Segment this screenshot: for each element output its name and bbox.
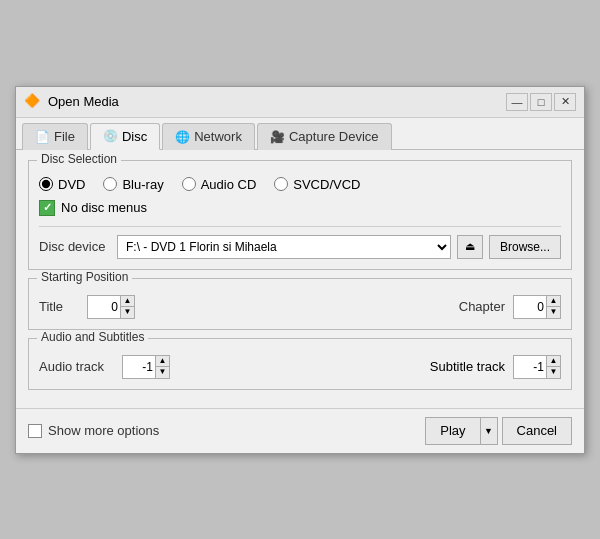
chapter-spinner-buttons: ▲ ▼ — [546, 296, 560, 318]
main-content: Disc Selection DVD Blu-ray Audio CD SV — [16, 150, 584, 408]
show-more-options[interactable]: Show more options — [28, 423, 159, 438]
close-button[interactable]: ✕ — [554, 93, 576, 111]
no-disc-menus-checkbox[interactable]: ✓ — [39, 200, 55, 216]
tab-disc-label: Disc — [122, 129, 147, 144]
audio-track-spinner: -1 ▲ ▼ — [122, 355, 170, 379]
disc-selection-group: Disc Selection DVD Blu-ray Audio CD SV — [28, 160, 572, 270]
show-more-checkbox[interactable] — [28, 424, 42, 438]
svcd-radio-item[interactable]: SVCD/VCD — [274, 177, 360, 192]
bluray-radio-item[interactable]: Blu-ray — [103, 177, 163, 192]
chapter-input[interactable]: 0 — [514, 296, 546, 318]
subtitle-track-label: Subtitle track — [430, 359, 505, 374]
network-tab-icon: 🌐 — [175, 130, 190, 144]
bluray-radio[interactable] — [103, 177, 117, 191]
starting-position-group: Starting Position Title 0 ▲ ▼ Chapter — [28, 278, 572, 330]
title-spinner-buttons: ▲ ▼ — [120, 296, 134, 318]
title-position-item: Title 0 ▲ ▼ — [39, 295, 135, 319]
disc-selection-title: Disc Selection — [37, 152, 121, 166]
dropdown-arrow-icon: ▼ — [484, 426, 493, 436]
tab-capture-label: Capture Device — [289, 129, 379, 144]
title-down-button[interactable]: ▼ — [121, 307, 134, 318]
chapter-pos-label: Chapter — [459, 299, 505, 314]
play-dropdown-button[interactable]: ▼ — [480, 417, 498, 445]
audio-spinner-buttons: ▲ ▼ — [155, 356, 169, 378]
subtitle-track-spinner: -1 ▲ ▼ — [513, 355, 561, 379]
cancel-button[interactable]: Cancel — [502, 417, 572, 445]
browse-button[interactable]: Browse... — [489, 235, 561, 259]
tab-file[interactable]: 📄 File — [22, 123, 88, 150]
svcd-radio[interactable] — [274, 177, 288, 191]
title-up-button[interactable]: ▲ — [121, 296, 134, 308]
subtitle-spinner-buttons: ▲ ▼ — [546, 356, 560, 378]
audio-up-button[interactable]: ▲ — [156, 356, 169, 368]
eject-icon: ⏏ — [465, 240, 475, 253]
audiocd-radio-item[interactable]: Audio CD — [182, 177, 257, 192]
title-buttons: — □ ✕ — [506, 93, 576, 111]
window-title: Open Media — [48, 94, 119, 109]
no-disc-menus-row: ✓ No disc menus — [39, 200, 561, 216]
subtitle-track-input[interactable]: -1 — [514, 356, 546, 378]
audio-track-input[interactable]: -1 — [123, 356, 155, 378]
audiocd-label: Audio CD — [201, 177, 257, 192]
eject-button[interactable]: ⏏ — [457, 235, 483, 259]
position-row: Title 0 ▲ ▼ Chapter 0 ▲ — [39, 295, 561, 319]
bluray-label: Blu-ray — [122, 177, 163, 192]
title-bar-left: 🔶 Open Media — [24, 93, 119, 111]
dvd-label: DVD — [58, 177, 85, 192]
title-pos-label: Title — [39, 299, 79, 314]
show-more-label: Show more options — [48, 423, 159, 438]
chapter-spinner: 0 ▲ ▼ — [513, 295, 561, 319]
chapter-down-button[interactable]: ▼ — [547, 307, 560, 318]
disc-tab-icon: 💿 — [103, 129, 118, 143]
chapter-position-item: Chapter 0 ▲ ▼ — [459, 295, 561, 319]
title-bar: 🔶 Open Media — □ ✕ — [16, 87, 584, 118]
audiocd-radio[interactable] — [182, 177, 196, 191]
play-button[interactable]: Play — [425, 417, 479, 445]
tab-file-label: File — [54, 129, 75, 144]
maximize-button[interactable]: □ — [530, 93, 552, 111]
file-tab-icon: 📄 — [35, 130, 50, 144]
subtitle-track-item: Subtitle track -1 ▲ ▼ — [430, 355, 561, 379]
audio-subtitles-group: Audio and Subtitles Audio track -1 ▲ ▼ S… — [28, 338, 572, 390]
bottom-buttons: Play ▼ Cancel — [425, 417, 572, 445]
capture-tab-icon: 🎥 — [270, 130, 285, 144]
no-disc-menus-label: No disc menus — [61, 200, 147, 215]
tab-disc[interactable]: 💿 Disc — [90, 123, 160, 150]
minimize-button[interactable]: — — [506, 93, 528, 111]
device-label: Disc device — [39, 239, 111, 254]
title-input[interactable]: 0 — [88, 296, 120, 318]
tab-capture[interactable]: 🎥 Capture Device — [257, 123, 392, 150]
disc-device-row: Disc device F:\ - DVD 1 Florin si Mihael… — [39, 226, 561, 259]
starting-position-title: Starting Position — [37, 270, 132, 284]
audio-track-item: Audio track -1 ▲ ▼ — [39, 355, 170, 379]
checkmark-icon: ✓ — [43, 202, 52, 213]
dvd-radio-item[interactable]: DVD — [39, 177, 85, 192]
disc-type-radio-row: DVD Blu-ray Audio CD SVCD/VCD — [39, 177, 561, 192]
subtitle-down-button[interactable]: ▼ — [547, 367, 560, 378]
audio-row: Audio track -1 ▲ ▼ Subtitle track -1 — [39, 355, 561, 379]
tabs-bar: 📄 File 💿 Disc 🌐 Network 🎥 Capture Device — [16, 118, 584, 150]
bottom-bar: Show more options Play ▼ Cancel — [16, 408, 584, 453]
title-spinner: 0 ▲ ▼ — [87, 295, 135, 319]
tab-network-label: Network — [194, 129, 242, 144]
device-select[interactable]: F:\ - DVD 1 Florin si Mihaela — [117, 235, 451, 259]
tab-network[interactable]: 🌐 Network — [162, 123, 255, 150]
vlc-icon: 🔶 — [24, 93, 42, 111]
subtitle-up-button[interactable]: ▲ — [547, 356, 560, 368]
open-media-window: 🔶 Open Media — □ ✕ 📄 File 💿 Disc 🌐 Netwo… — [15, 86, 585, 454]
chapter-up-button[interactable]: ▲ — [547, 296, 560, 308]
dvd-radio[interactable] — [39, 177, 53, 191]
audio-down-button[interactable]: ▼ — [156, 367, 169, 378]
audio-track-label: Audio track — [39, 359, 114, 374]
audio-subtitles-title: Audio and Subtitles — [37, 330, 148, 344]
svcd-label: SVCD/VCD — [293, 177, 360, 192]
